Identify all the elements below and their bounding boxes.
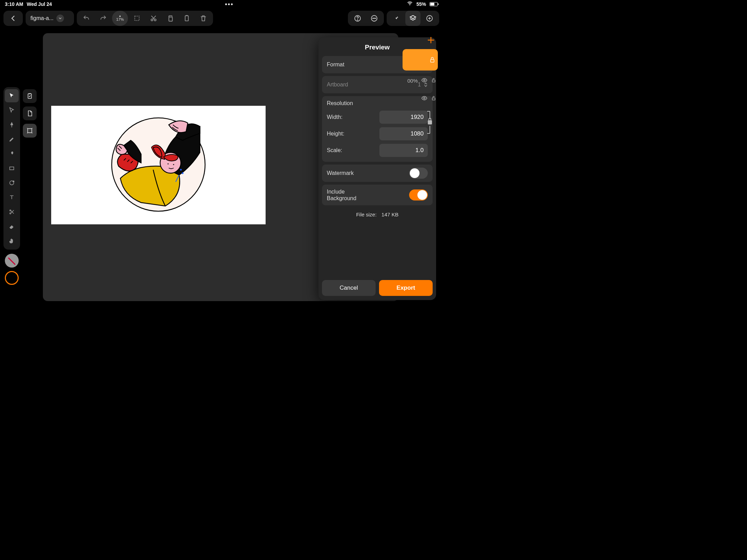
format-label: Format <box>327 62 344 68</box>
multitask-dots-icon[interactable]: ••• <box>225 1 234 8</box>
transform-button[interactable] <box>23 124 37 138</box>
artwork-illustration <box>51 106 266 224</box>
pen-tool[interactable] <box>5 118 19 131</box>
library-button[interactable] <box>23 89 37 103</box>
include-bg-label: IncludeBackground <box>327 188 356 202</box>
eraser-tool[interactable] <box>5 220 19 233</box>
help-button[interactable] <box>350 11 365 26</box>
height-input[interactable] <box>379 127 428 140</box>
layer-lock-icon <box>430 57 435 63</box>
artboard-label: Artboard <box>327 82 348 88</box>
filesize-value: 147 KB <box>381 212 398 217</box>
node-tool[interactable] <box>5 104 19 117</box>
brush-tool[interactable] <box>5 147 19 160</box>
layer-row-2[interactable] <box>403 91 438 106</box>
pencil-tool[interactable] <box>5 133 19 146</box>
back-group <box>3 11 23 26</box>
paste-button[interactable] <box>179 11 194 26</box>
zoom-button[interactable]: 17% <box>112 11 128 26</box>
svg-point-0 <box>409 4 410 5</box>
svg-point-30 <box>424 97 425 99</box>
cancel-button[interactable]: Cancel <box>322 280 376 296</box>
scissors-tool[interactable] <box>5 205 19 218</box>
watermark-toggle[interactable] <box>409 168 428 179</box>
svg-rect-4 <box>169 17 172 21</box>
svg-rect-5 <box>185 16 188 21</box>
scale-input[interactable] <box>379 144 428 157</box>
wifi-icon <box>407 0 413 8</box>
pin-button[interactable] <box>389 11 404 26</box>
visibility-icon[interactable] <box>421 77 427 84</box>
hand-tool[interactable] <box>5 234 19 248</box>
filesize-row: File size: 147 KB <box>322 208 433 219</box>
status-bar: 3:10 AM Wed Jul 24 ••• 55% <box>0 0 443 8</box>
include-bg-toggle[interactable] <box>409 189 428 200</box>
svg-point-16 <box>10 213 11 214</box>
layer-selected[interactable] <box>403 49 438 71</box>
more-button[interactable] <box>367 11 382 26</box>
visibility-icon[interactable] <box>421 95 427 102</box>
svg-rect-27 <box>431 59 434 62</box>
layers-panel: 00% <box>403 33 438 106</box>
lock-icon[interactable] <box>431 95 436 102</box>
svg-point-7 <box>357 20 358 20</box>
layers-button[interactable] <box>405 11 421 26</box>
export-button[interactable]: Export <box>379 280 433 296</box>
battery-icon <box>430 2 438 6</box>
svg-point-11 <box>375 18 376 19</box>
width-label: Width: <box>327 114 342 120</box>
redo-button[interactable] <box>95 11 111 26</box>
aspect-lock-icon[interactable] <box>426 110 433 136</box>
document-switcher[interactable]: figma-a... <box>26 11 74 26</box>
lock-icon[interactable] <box>431 77 436 84</box>
zoom-value: 17% <box>116 18 124 21</box>
add-button[interactable] <box>422 11 437 26</box>
trash-button[interactable] <box>196 11 211 26</box>
svg-point-17 <box>10 210 11 211</box>
stroke-color-swatch[interactable] <box>5 271 19 285</box>
add-layer-button[interactable] <box>424 33 438 47</box>
cut-button[interactable] <box>146 11 161 26</box>
svg-point-9 <box>372 18 373 19</box>
svg-point-25 <box>182 172 184 174</box>
ellipse-tool[interactable] <box>5 176 19 189</box>
scale-label: Scale: <box>327 147 342 153</box>
rect-tool[interactable] <box>5 162 19 175</box>
copy-button[interactable] <box>163 11 178 26</box>
svg-point-22 <box>167 163 168 164</box>
svg-rect-29 <box>432 80 435 82</box>
filesize-label: File size: <box>356 212 377 217</box>
back-button[interactable] <box>6 11 21 26</box>
svg-point-24 <box>180 169 182 171</box>
fill-color-swatch[interactable] <box>5 254 19 268</box>
layer-row-meta: 00% <box>403 73 438 88</box>
svg-point-23 <box>173 164 174 165</box>
top-toolbar: figma-a... 17% <box>0 8 443 28</box>
height-label: Height: <box>327 131 344 137</box>
width-input[interactable] <box>379 111 428 124</box>
include-bg-row: IncludeBackground <box>322 185 433 205</box>
status-time: 3:10 AM <box>5 1 23 7</box>
help-group <box>348 11 384 26</box>
undo-button[interactable] <box>79 11 94 26</box>
svg-rect-1 <box>135 16 139 21</box>
svg-rect-26 <box>428 120 432 124</box>
artboard[interactable] <box>51 106 266 224</box>
text-tool[interactable] <box>5 191 19 204</box>
svg-point-15 <box>13 181 14 182</box>
status-date: Wed Jul 24 <box>27 1 52 7</box>
view-group <box>387 11 439 26</box>
select-tool[interactable] <box>5 89 19 102</box>
canvas[interactable]: Preview Format PNG Artboard 1 <box>43 33 398 301</box>
layer-opacity: 00% <box>407 78 418 84</box>
document-name: figma-a... <box>30 15 54 21</box>
battery-percent: 55% <box>416 1 426 7</box>
chevron-down-icon <box>56 15 64 22</box>
crop-button[interactable] <box>129 11 145 26</box>
page-button[interactable] <box>23 106 37 120</box>
svg-rect-31 <box>432 98 435 100</box>
watermark-label: Watermark <box>327 170 354 176</box>
svg-point-10 <box>374 18 375 19</box>
svg-point-28 <box>424 79 425 81</box>
left-toolbar <box>3 87 20 285</box>
